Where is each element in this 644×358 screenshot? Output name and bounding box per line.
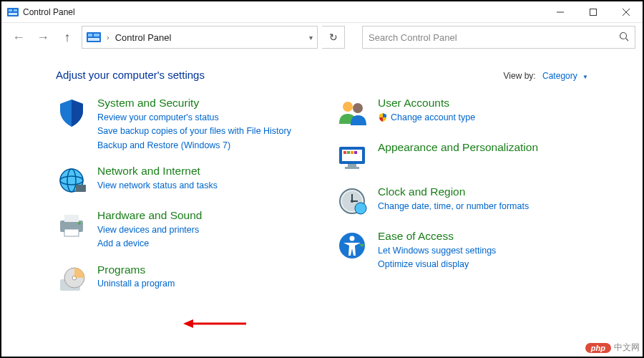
svg-point-12 xyxy=(620,32,627,39)
svg-rect-32 xyxy=(351,151,353,154)
svg-rect-20 xyxy=(64,215,79,222)
svg-point-22 xyxy=(78,222,81,225)
category-title[interactable]: Hardware and Sound xyxy=(97,209,203,223)
category-title[interactable]: Ease of Access xyxy=(378,230,496,243)
category-ease-of-access: Ease of Access Let Windows suggest setti… xyxy=(336,230,588,271)
watermark: php 中文网 xyxy=(585,342,640,354)
watermark-text: 中文网 xyxy=(614,342,640,354)
category-link[interactable]: Add a device xyxy=(97,238,203,251)
svg-rect-11 xyxy=(88,38,99,41)
breadcrumb-root[interactable]: Control Panel xyxy=(115,32,172,43)
svg-rect-0 xyxy=(7,8,19,16)
clock-icon xyxy=(336,185,368,217)
watermark-badge: php xyxy=(585,343,611,353)
left-column: System and Security Review your computer… xyxy=(56,97,308,295)
category-hardware-sound: Hardware and Sound View devices and prin… xyxy=(56,209,308,251)
category-title[interactable]: System and Security xyxy=(97,97,291,110)
category-title[interactable]: User Accounts xyxy=(378,97,475,110)
chevron-right-icon: › xyxy=(107,33,109,42)
view-by-value: Category xyxy=(542,71,577,81)
svg-rect-34 xyxy=(348,164,356,167)
svg-rect-30 xyxy=(343,151,346,154)
svg-point-43 xyxy=(350,236,355,241)
users-icon xyxy=(336,97,368,128)
category-title[interactable]: Clock and Region xyxy=(378,185,529,199)
svg-point-40 xyxy=(351,200,353,203)
category-link[interactable]: Let Windows suggest settings xyxy=(378,245,496,258)
close-button[interactable] xyxy=(610,1,643,22)
svg-rect-2 xyxy=(14,9,17,11)
ease-of-access-icon xyxy=(336,230,368,261)
annotation-arrow-icon xyxy=(183,318,248,329)
category-link[interactable]: Save backup copies of your files with Fi… xyxy=(97,125,291,138)
category-system-security: System and Security Review your computer… xyxy=(56,97,308,152)
category-clock-region: Clock and Region Change date, time, or n… xyxy=(336,185,588,217)
monitor-icon xyxy=(336,141,368,173)
svg-rect-1 xyxy=(9,9,12,11)
svg-rect-10 xyxy=(94,34,99,37)
forward-button[interactable]: → xyxy=(33,27,53,47)
back-button[interactable]: ← xyxy=(9,27,29,47)
view-by-control[interactable]: View by: Category ▼ xyxy=(504,71,588,81)
titlebar: Control Panel xyxy=(1,1,643,23)
category-link[interactable]: Optimize visual display xyxy=(378,258,496,271)
svg-rect-9 xyxy=(88,34,92,37)
view-by-label: View by: xyxy=(504,71,536,81)
refresh-button[interactable]: ↻ xyxy=(322,26,345,49)
category-programs: Programs Uninstall a program xyxy=(56,263,308,295)
category-link[interactable]: View network status and tasks xyxy=(97,180,218,193)
content-area: Adjust your computer's settings View by:… xyxy=(1,52,643,295)
category-link[interactable]: Change date, time, or number formats xyxy=(378,200,529,213)
globe-icon xyxy=(56,165,87,196)
disc-icon xyxy=(56,263,87,295)
category-title[interactable]: Programs xyxy=(97,263,175,277)
page-heading: Adjust your computer's settings xyxy=(56,69,504,81)
category-title[interactable]: Network and Internet xyxy=(97,165,218,178)
search-input[interactable] xyxy=(369,32,619,43)
category-link[interactable]: Backup and Restore (Windows 7) xyxy=(97,140,291,153)
chevron-down-icon[interactable]: ▾ xyxy=(309,34,313,42)
svg-rect-3 xyxy=(9,13,17,15)
category-link[interactable]: Review your computer's status xyxy=(97,112,291,125)
right-column: User Accounts Change account type Appear… xyxy=(336,97,588,295)
window-title: Control Panel xyxy=(23,7,544,17)
control-panel-icon xyxy=(87,32,101,43)
search-icon[interactable] xyxy=(619,32,629,44)
svg-rect-31 xyxy=(347,151,350,154)
svg-rect-21 xyxy=(64,229,79,236)
search-box[interactable] xyxy=(362,26,635,49)
window-buttons xyxy=(544,1,643,22)
category-network-internet: Network and Internet View network status… xyxy=(56,165,308,196)
category-link[interactable]: View devices and printers xyxy=(97,224,203,237)
svg-marker-45 xyxy=(183,319,193,328)
svg-point-41 xyxy=(355,203,366,214)
svg-rect-33 xyxy=(354,151,357,154)
nav-row: ← → ↑ › Control Panel ▾ ↻ xyxy=(1,23,643,52)
svg-line-13 xyxy=(626,38,629,41)
svg-rect-5 xyxy=(590,9,597,15)
maximize-button[interactable] xyxy=(577,1,610,22)
category-title[interactable]: Appearance and Personalization xyxy=(378,141,538,155)
category-link[interactable]: Change account type xyxy=(378,112,475,125)
svg-rect-18 xyxy=(76,185,86,192)
printer-icon xyxy=(56,209,87,241)
svg-rect-35 xyxy=(345,167,359,169)
svg-point-27 xyxy=(353,103,363,113)
category-user-accounts: User Accounts Change account type xyxy=(336,97,588,128)
address-bar[interactable]: › Control Panel ▾ xyxy=(82,26,318,49)
uninstall-program-link[interactable]: Uninstall a program xyxy=(97,278,175,291)
chevron-down-icon: ▼ xyxy=(582,74,588,80)
control-panel-icon xyxy=(7,6,19,18)
category-appearance-personalization: Appearance and Personalization xyxy=(336,141,588,173)
uac-shield-icon xyxy=(378,112,388,122)
svg-point-26 xyxy=(343,102,353,112)
shield-icon xyxy=(56,97,87,128)
up-button[interactable]: ↑ xyxy=(57,27,77,47)
minimize-button[interactable] xyxy=(544,1,577,22)
